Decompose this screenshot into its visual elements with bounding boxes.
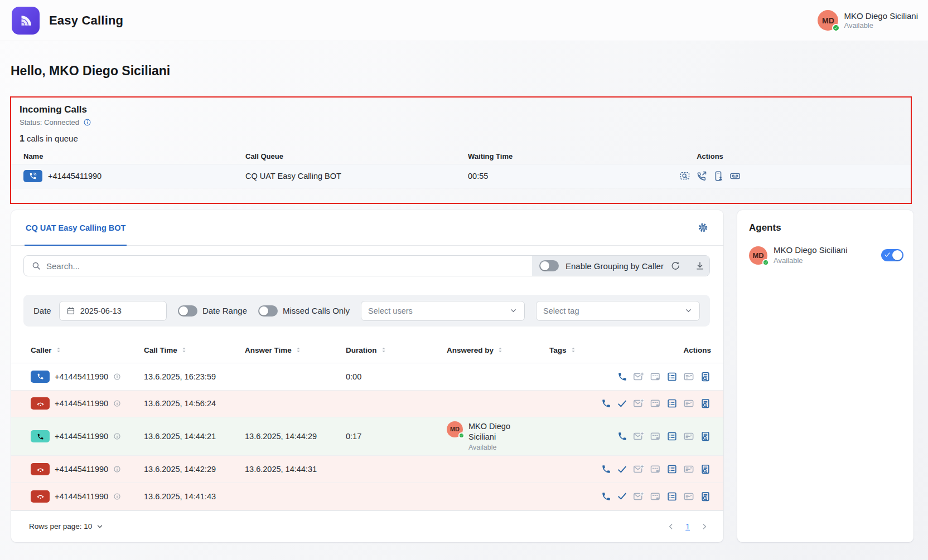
col-answer-time[interactable]: Answer Time [245,346,346,354]
call-log-search-icon[interactable] [700,371,711,382]
email-plus-icon[interactable] [633,464,644,475]
col-answered-by[interactable]: Answered by [447,346,549,354]
select-tag-dropdown[interactable]: Select tag [536,301,700,321]
call-log-search-icon[interactable] [700,431,711,442]
email-plus-icon[interactable] [633,431,644,442]
mark-handled-check-icon[interactable] [617,491,627,501]
search-icon [31,261,41,271]
user-status: Available [844,21,918,30]
email-plus-icon[interactable] [633,491,644,502]
refresh-button[interactable] [670,261,680,271]
col-actions: Actions [668,152,752,160]
call-time: 13.6.2025, 16:23:59 [144,372,245,381]
call-details-icon[interactable] [666,398,678,409]
info-icon[interactable] [113,400,121,407]
missed-call-icon [31,463,50,475]
incoming-call-queue: CQ UAT Easy Calling BOT [245,172,468,181]
user-avatar: MD [818,10,838,31]
date-range-toggle[interactable] [178,305,197,316]
ringing-call-icon [23,170,42,182]
info-icon[interactable] [113,493,121,500]
grouping-toggle[interactable] [539,260,559,271]
contact-card-icon[interactable] [650,371,661,382]
call-back-icon[interactable] [617,431,627,441]
avatar-initials: MD [822,16,834,25]
call-back-icon[interactable] [601,464,611,474]
col-call-time[interactable]: Call Time [144,346,245,354]
col-caller[interactable]: Caller [23,346,144,354]
call-back-icon[interactable] [601,491,611,501]
incoming-calls-title: Incoming Calls [11,104,911,115]
sort-icon [380,346,388,354]
call-details-icon[interactable] [666,371,678,382]
settings-button[interactable] [697,222,709,233]
search-input[interactable] [46,261,532,271]
mark-handled-check-icon[interactable] [617,398,627,409]
queue-count-line: 1 calls in queue [11,134,911,144]
agent-avatar: MD [447,421,463,437]
call-time: 13.6.2025, 14:44:21 [144,432,245,441]
preview-search-icon[interactable] [679,171,690,182]
tab-label: CQ UAT Easy Calling BOT [26,223,125,232]
id-card-icon[interactable] [683,431,694,442]
call-back-icon[interactable] [617,372,627,382]
chevron-left-icon [666,522,675,531]
email-plus-icon[interactable] [633,398,644,409]
call-details-icon[interactable] [666,431,678,442]
call-back-icon[interactable] [601,398,611,408]
answer-time: 13.6.2025, 14:44:31 [245,465,346,474]
voicemail-icon[interactable] [729,171,741,182]
sort-icon [496,346,504,354]
col-tags[interactable]: Tags [549,346,598,354]
contact-card-icon[interactable] [650,431,661,442]
header-user-chip[interactable]: MD MKO Diego Siciliani Available [818,10,918,31]
agent-status: Available [774,256,848,265]
next-page-button[interactable] [700,522,709,531]
agent-name: MKO Diego Siciliani [468,421,521,442]
phone-transfer-icon[interactable] [713,171,724,182]
info-icon[interactable] [113,373,121,381]
chevron-right-icon [700,522,709,531]
info-icon[interactable] [113,465,121,473]
page-number[interactable]: 1 [685,522,690,531]
mark-handled-check-icon[interactable] [617,464,627,475]
id-card-icon[interactable] [683,371,694,382]
download-button[interactable] [695,261,705,271]
missed-calls-only-toggle[interactable] [258,305,278,316]
rows-per-page-selector[interactable]: Rows per page: 10 [29,522,104,530]
prev-page-button[interactable] [666,522,675,531]
caller-number: +41445411990 [55,399,108,408]
call-log-search-icon[interactable] [700,491,711,502]
incoming-call-row: +41445411990 CQ UAT Easy Calling BOT 00:… [11,164,911,188]
id-card-icon[interactable] [683,398,694,409]
info-icon[interactable] [113,432,121,440]
tab-cq-uat-easy-calling-bot[interactable]: CQ UAT Easy Calling BOT [26,210,125,245]
incoming-call-icon [31,371,50,383]
contact-card-icon[interactable] [650,398,661,409]
call-log-panel: CQ UAT Easy Calling BOT Enable Grouping … [11,210,723,542]
incoming-caller-number: +41445411990 [48,172,102,181]
info-icon[interactable] [83,118,91,126]
pagination: 1 [666,522,709,531]
call-log-search-icon[interactable] [700,464,711,475]
agent-availability-toggle[interactable] [881,249,903,261]
id-card-icon[interactable] [683,491,694,502]
table-row: +41445411990 13.6.2025, 14:44:21 13.6.20… [11,417,723,456]
phone-pickup-icon[interactable] [696,171,707,182]
id-card-icon[interactable] [683,464,694,475]
contact-card-icon[interactable] [650,491,661,502]
answered-call-icon [31,430,50,442]
email-plus-icon[interactable] [633,371,644,382]
contact-card-icon[interactable] [650,464,661,475]
select-users-dropdown[interactable]: Select users [361,301,525,321]
table-row: +41445411990 13.6.2025, 14:42:29 13.6.20… [11,456,723,483]
call-details-icon[interactable] [666,464,678,475]
call-details-icon[interactable] [666,491,678,502]
call-log-search-icon[interactable] [700,398,711,409]
table-footer: Rows per page: 10 1 [11,510,723,542]
gear-icon [697,222,709,233]
col-name: Name [23,152,245,160]
col-actions: Actions [598,346,717,354]
col-duration[interactable]: Duration [346,346,447,354]
date-picker[interactable]: 2025-06-13 [59,301,167,321]
